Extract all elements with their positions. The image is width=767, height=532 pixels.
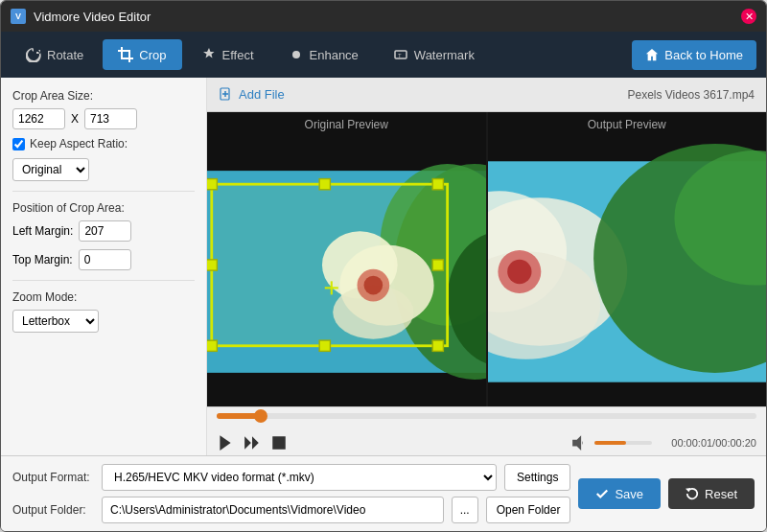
add-file-icon [219,87,234,103]
keep-aspect-label: Keep Aspect Ratio: [12,137,128,150]
aspect-select[interactable]: Original 16:9 4:3 1:1 [12,158,89,181]
volume-slider[interactable] [594,441,652,445]
svg-point-0 [292,51,300,58]
x-label: X [71,112,79,126]
browse-button[interactable]: ... [452,497,478,523]
format-select[interactable]: H.265/HEVC MKV video format (*.mkv) H.26… [102,464,497,491]
divider-1 [12,191,195,192]
open-folder-button[interactable]: Open Folder [486,497,571,523]
svg-rect-17 [432,179,443,190]
top-margin-label: Top Margin: [12,253,73,266]
home-icon [645,48,659,61]
crop-icon [118,47,133,62]
settings-button[interactable]: Settings [504,464,570,491]
volume-icon [571,434,589,451]
effect-icon [201,47,217,62]
tab-effect[interactable]: Effect [186,39,269,70]
tab-enhance[interactable]: Enhance [273,39,374,70]
reset-icon [686,487,699,500]
save-button[interactable]: Save [578,478,661,509]
svg-rect-5 [207,373,486,406]
svg-rect-21 [319,340,330,351]
width-input[interactable] [12,108,65,129]
height-input[interactable] [84,108,137,129]
bottom-actions-row: Output Format: H.265/HEVC MKV video form… [12,464,755,523]
folder-label: Output Folder: [12,503,94,517]
svg-marker-37 [244,436,251,450]
output-video-svg [488,137,767,406]
svg-rect-27 [488,382,767,406]
svg-text:T: T [398,53,402,58]
title-bar: V Vidmore Video Editor ✕ [1,1,766,32]
timeline-area [207,406,766,430]
zoom-select-row: Letterbox Pan & Scan Full [12,310,195,333]
svg-rect-15 [212,184,448,346]
top-margin-row: Top Margin: [12,249,195,270]
rotate-icon [26,47,41,62]
zoom-select[interactable]: Letterbox Pan & Scan Full [12,310,99,333]
format-label: Output Format: [12,471,94,484]
top-margin-input[interactable] [79,249,131,270]
aspect-select-row: Original 16:9 4:3 1:1 [12,158,195,181]
video-header: Add File Pexels Videos 3617.mp4 [207,78,766,112]
original-pane: Original Preview [207,112,486,406]
folder-input[interactable] [102,497,444,523]
tab-crop[interactable]: Crop [103,39,181,70]
position-label: Position of Crop Area: [12,201,195,215]
original-video-svg [207,137,486,406]
tab-rotate[interactable]: Rotate [11,39,99,70]
stop-button[interactable] [270,434,288,451]
back-home-button[interactable]: Back to Home [632,40,756,70]
timeline-progress [217,413,260,419]
nav-bar: Rotate Crop Effect Enhance T Watermark B… [1,32,766,78]
format-row: Output Format: H.265/HEVC MKV video form… [12,464,570,491]
left-margin-label: Left Margin: [12,224,73,238]
save-check-icon [595,487,609,500]
timeline-bar[interactable] [217,413,756,419]
svg-rect-23 [432,260,443,270]
stop-icon [270,434,288,451]
svg-rect-16 [207,179,217,190]
app-window: V Vidmore Video Editor ✕ Rotate Crop Eff… [0,0,767,532]
action-buttons: Save Reset [578,478,755,509]
output-pane: Output Preview [488,112,767,406]
watermark-icon: T [393,47,408,62]
svg-point-33 [507,260,531,284]
output-frame [488,137,767,406]
main-content: Crop Area Size: X Keep Aspect Ratio: Ori… [1,78,766,455]
svg-marker-36 [220,435,230,451]
time-display: 00:00:01/00:00:20 [671,437,756,449]
left-panel: Crop Area Size: X Keep Aspect Ratio: Ori… [1,78,207,455]
keep-aspect-checkbox[interactable] [12,138,25,150]
tab-watermark[interactable]: T Watermark [378,39,490,70]
size-row: X [12,108,195,129]
volume-fill [594,441,626,445]
video-area: Original Preview [207,112,766,406]
left-margin-row: Left Margin: [12,220,195,242]
folder-row: Output Folder: ... Open Folder [12,497,570,523]
fast-forward-icon [244,434,261,451]
svg-rect-18 [207,340,217,351]
timeline-thumb[interactable] [254,409,267,423]
bottom-bar: Output Format: H.265/HEVC MKV video form… [1,455,766,531]
fast-forward-button[interactable] [244,434,261,451]
bottom-left: Output Format: H.265/HEVC MKV video form… [12,464,570,523]
aspect-ratio-row: Keep Aspect Ratio: [12,137,195,150]
original-frame [207,137,486,406]
play-button[interactable] [217,434,234,451]
app-icon: V [11,9,26,24]
crop-area-label: Crop Area Size: [12,89,195,103]
svg-marker-38 [252,436,259,450]
reset-button[interactable]: Reset [668,478,755,509]
svg-rect-39 [272,436,286,450]
controls: 00:00:01/00:00:20 [207,430,766,455]
svg-rect-22 [207,260,217,270]
close-button[interactable]: ✕ [741,9,756,24]
volume-area [571,434,652,451]
zoom-mode-label: Zoom Mode: [12,290,195,304]
window-title: Vidmore Video Editor [34,10,151,24]
file-name: Pexels Videos 3617.mp4 [627,88,755,102]
right-panel: Add File Pexels Videos 3617.mp4 Original… [207,78,766,455]
left-margin-input[interactable] [79,220,131,242]
add-file-button[interactable]: Add File [219,87,285,103]
